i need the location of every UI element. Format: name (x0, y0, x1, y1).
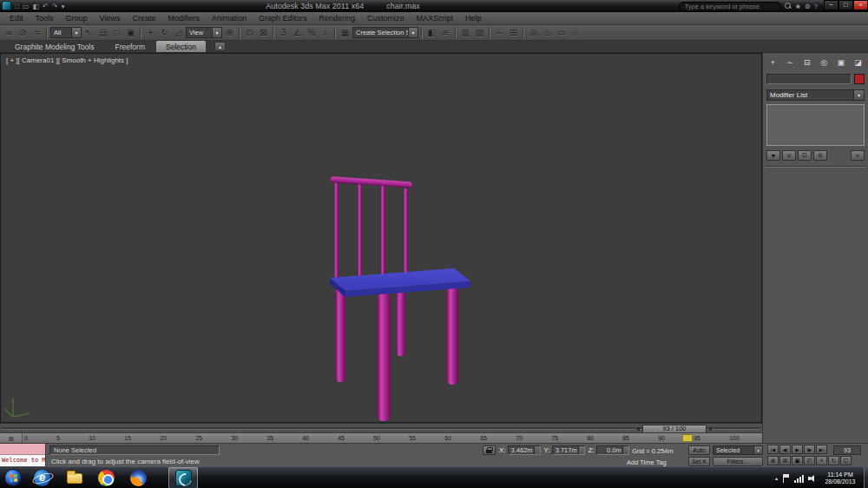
menu-item-maxscript[interactable]: MAXScript (411, 14, 460, 23)
communication-center-icon[interactable]: ⊚ (805, 3, 811, 10)
go-to-start-button[interactable]: |◀ (767, 445, 779, 454)
network-icon[interactable] (794, 474, 804, 483)
menu-item-group[interactable]: Group (60, 14, 94, 23)
action-center-flag-icon[interactable] (782, 474, 790, 483)
previous-frame-button[interactable]: ◀| (779, 445, 791, 454)
show-end-result-icon[interactable]: ∪ (782, 150, 796, 161)
ribbon-collapse-icon[interactable]: ▴ (214, 42, 226, 51)
play-button[interactable]: ▶ (792, 445, 803, 454)
chair-model[interactable] (1, 54, 761, 422)
menu-item-tools[interactable]: Tools (30, 14, 60, 23)
menu-item-rendering[interactable]: Rendering (313, 14, 362, 23)
minimize-button[interactable]: − (824, 0, 838, 10)
show-hidden-icons[interactable]: ▴ (775, 475, 778, 481)
make-unique-icon[interactable]: ⊡ (798, 150, 812, 161)
ribbon-tab-selection[interactable]: Selection (156, 41, 206, 52)
curve-editor-icon[interactable]: ∼ (493, 26, 506, 39)
open-file-icon[interactable]: ▭ (23, 3, 30, 10)
remove-modifier-icon[interactable]: ⊘ (813, 150, 827, 161)
camera-viewport[interactable]: [ + ][ Camera01 ][ Smooth + Highlights ] (0, 53, 762, 423)
show-desktop-button[interactable] (864, 467, 868, 488)
orbit-button[interactable]: ↻ (828, 456, 839, 465)
time-slider[interactable]: ◄ 93 / 100 ► (0, 423, 762, 432)
current-frame-field[interactable]: 93 (833, 445, 861, 455)
selection-lock-icon[interactable] (483, 445, 496, 455)
close-button[interactable]: × (853, 0, 868, 10)
percent-snap-icon[interactable]: % (305, 26, 318, 39)
utilities-tab-icon[interactable]: ◪ (852, 57, 864, 69)
modifier-list-dropdown[interactable]: Modifier List ▾ (766, 89, 865, 101)
x-coordinate-field[interactable]: 3.462m (508, 445, 541, 455)
render-production-icon[interactable]: ☼ (569, 26, 582, 39)
render-setup-icon[interactable]: ♨ (541, 26, 554, 39)
menu-item-graph-editors[interactable]: Graph Editors (253, 14, 313, 23)
zoom-region-button[interactable]: ◰ (804, 456, 815, 465)
hierarchy-tab-icon[interactable]: ⊟ (801, 57, 812, 69)
new-scene-icon[interactable]: □ (15, 3, 19, 10)
maxscript-mini-listener[interactable]: Welcome to MAXScript (0, 444, 46, 467)
trackbar-ruler[interactable]: 0510152025303540455055606570758085909510… (24, 433, 740, 443)
selection-filter-dropdown[interactable]: All▾ (50, 27, 82, 38)
chevron-down-icon[interactable]: ▾ (853, 90, 864, 100)
ribbon-tab-freeform[interactable]: Freeform (106, 41, 155, 52)
configure-modifier-sets-icon[interactable]: ≡ (851, 150, 865, 161)
ribbon-tab-graphite-modeling-tools[interactable]: Graphite Modeling Tools (5, 41, 104, 52)
menu-item-edit[interactable]: Edit (3, 14, 30, 23)
use-pivot-point-icon[interactable]: ⊕ (223, 26, 236, 39)
add-time-tag[interactable]: Add Time Tag (627, 458, 667, 466)
start-button[interactable] (0, 467, 26, 488)
menu-item-modifiers[interactable]: Modifiers (161, 14, 206, 23)
save-file-icon[interactable]: ◧ (32, 3, 39, 10)
rendered-frame-icon[interactable]: ▭ (555, 26, 568, 39)
chevron-down-icon[interactable]: ▾ (71, 28, 81, 37)
graphite-toggle-icon[interactable]: ▨ (473, 26, 486, 39)
angle-snap-icon[interactable]: ∠ (291, 26, 304, 39)
maxscript-macro-line[interactable] (0, 444, 45, 455)
named-selection-sets-dropdown[interactable]: Create Selection Set▾ (352, 27, 418, 38)
z-coordinate-field[interactable]: 0.0m (596, 445, 629, 455)
select-and-link-icon[interactable]: ∞ (3, 26, 16, 39)
schematic-view-icon[interactable]: ⊞ (507, 26, 520, 39)
rectangular-selection-region-icon[interactable]: □ (110, 26, 123, 39)
taskbar-explorer-button[interactable] (58, 467, 90, 488)
bind-to-space-warp-icon[interactable]: ≈ (30, 26, 43, 39)
track-bar[interactable]: ⊞ 05101520253035404550556065707580859095… (0, 432, 762, 443)
current-frame-marker[interactable] (682, 434, 693, 442)
select-by-name-icon[interactable]: ▤ (96, 26, 109, 39)
reference-coordinate-dropdown[interactable]: View▾ (186, 27, 222, 38)
modifier-stack-list[interactable] (766, 104, 865, 146)
maximize-button[interactable]: □ (838, 0, 853, 10)
keyboard-override-icon[interactable]: ⊠ (257, 26, 270, 39)
menu-item-customize[interactable]: Customize (361, 14, 411, 23)
set-key-button[interactable]: Set K (688, 457, 710, 466)
menu-item-animation[interactable]: Animation (206, 14, 253, 23)
pan-button[interactable]: + (816, 456, 827, 465)
favorites-star-icon[interactable]: ★ (795, 3, 801, 10)
spinner-snap-icon[interactable]: ↕ (319, 26, 332, 39)
search-icon[interactable] (785, 3, 792, 10)
select-and-manipulate-icon[interactable]: ⊙ (243, 26, 256, 39)
object-name-field[interactable] (766, 74, 852, 84)
taskbar-firefox-button[interactable] (122, 467, 155, 488)
pin-stack-icon[interactable]: ▼ (766, 150, 780, 161)
create-tab-icon[interactable]: + (767, 57, 779, 69)
help-icon[interactable]: ? (814, 3, 818, 10)
material-editor-icon[interactable]: ◎ (527, 26, 540, 39)
menu-item-views[interactable]: Views (94, 14, 127, 23)
layer-manager-icon[interactable]: ▥ (459, 26, 472, 39)
taskbar-internet-explorer-button[interactable]: e (26, 467, 58, 488)
viewport-label[interactable]: [ + ][ Camera01 ][ Smooth + Highlights ] (6, 56, 128, 64)
next-frame-button[interactable]: |▶ (804, 445, 815, 454)
object-color-swatch[interactable] (854, 74, 865, 84)
mirror-icon[interactable]: ◧ (425, 26, 438, 39)
app-logo-icon[interactable] (2, 1, 11, 10)
taskbar-3ds-max-button[interactable] (168, 467, 198, 488)
motion-tab-icon[interactable]: ◎ (819, 57, 830, 69)
edit-named-sets-icon[interactable]: ▦ (339, 26, 352, 39)
undo-icon[interactable]: ↶ (43, 3, 49, 10)
menu-item-create[interactable]: Create (126, 14, 161, 23)
zoom-button[interactable]: ⊕ (767, 456, 779, 465)
unlink-selection-icon[interactable]: ⊘ (16, 26, 30, 39)
time-slider-next-icon[interactable]: ► (707, 426, 715, 432)
snap-toggle-3d-icon[interactable]: 3 (277, 26, 290, 39)
